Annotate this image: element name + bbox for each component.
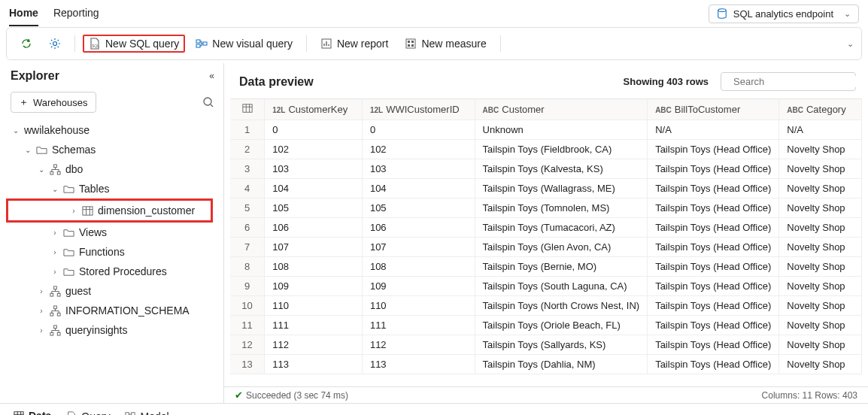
cell: Tailspin Toys (Head Office) — [648, 277, 779, 296]
svg-point-12 — [204, 98, 211, 105]
col-label: WWICustomerID — [386, 104, 460, 115]
model-icon — [125, 411, 135, 415]
table-row[interactable]: 9109109Tailspin Toys (South Laguna, CA)T… — [230, 277, 862, 296]
tree-label: Stored Procedures — [79, 265, 167, 277]
col-label: Customer — [502, 104, 544, 115]
preview-search[interactable] — [721, 72, 856, 91]
tree-node-views[interactable]: › Views — [3, 223, 216, 242]
tab-home[interactable]: Home — [9, 1, 38, 26]
cell: Tailspin Toys (Head Office) — [648, 355, 779, 374]
new-sql-query-button[interactable]: SQL New SQL query — [83, 35, 185, 53]
footer-tab-data[interactable]: Data — [14, 410, 51, 415]
cell: 105 — [265, 198, 363, 218]
new-report-button[interactable]: New report — [314, 35, 394, 53]
tree-node-queryinsights[interactable]: › queryinsights — [3, 320, 216, 340]
schema-icon — [50, 305, 61, 317]
tree-node-dbo[interactable]: ⌄ dbo — [3, 159, 216, 179]
search-input[interactable] — [733, 76, 860, 87]
chevron-right-icon: › — [70, 207, 77, 215]
svg-rect-10 — [408, 44, 410, 47]
footer-tab-label: Query — [81, 410, 110, 415]
search-icon[interactable] — [202, 96, 214, 108]
cell: Novelty Shop — [779, 335, 862, 355]
type-long-icon: 12L — [272, 106, 285, 114]
col-wwicustomerid[interactable]: 12LWWICustomerID — [362, 99, 475, 120]
settings-button[interactable] — [43, 35, 67, 53]
tree-node-dimension-customer[interactable]: › dimension_customer — [6, 198, 213, 223]
collapse-explorer-button[interactable]: « — [209, 71, 214, 81]
cell: Novelty Shop — [779, 179, 862, 198]
preview-title: Data preview — [239, 75, 314, 89]
header-row: 12LCustomerKey 12LWWICustomerID ABCCusto… — [230, 99, 862, 120]
table-icon — [242, 103, 253, 114]
row-number: 7 — [230, 238, 265, 257]
folder-icon — [63, 227, 74, 238]
svg-rect-5 — [203, 42, 207, 45]
success-icon: ✔ — [235, 389, 243, 401]
new-visual-query-button[interactable]: New visual query — [190, 35, 299, 53]
cell: Tailspin Toys (Head Office) — [648, 335, 779, 355]
svg-rect-27 — [242, 105, 251, 113]
chevron-right-icon: › — [38, 326, 45, 335]
folder-icon — [63, 266, 74, 277]
tree-node-tables[interactable]: ⌄ Tables — [3, 179, 216, 198]
ribbon-toolbar: SQL New SQL query New visual query New r… — [6, 27, 862, 60]
cell: 103 — [265, 159, 363, 179]
cell: 106 — [362, 218, 475, 238]
col-billtocustomer[interactable]: ABCBillToCustomer — [648, 99, 779, 120]
cell: Tailspin Toys (Head Office) — [648, 179, 779, 198]
cell: Novelty Shop — [779, 140, 862, 159]
cell: 109 — [362, 277, 475, 296]
endpoint-dropdown[interactable]: SQL analytics endpoint ⌄ — [709, 5, 859, 23]
table-row[interactable]: 3103103Tailspin Toys (Kalvesta, KS)Tails… — [230, 159, 862, 179]
col-category[interactable]: ABCCategory — [779, 99, 862, 120]
table-icon — [82, 205, 93, 217]
schema-icon — [50, 286, 61, 297]
table-row[interactable]: 8108108Tailspin Toys (Bernie, MO)Tailspi… — [230, 257, 862, 277]
table-row[interactable]: 13113113Tailspin Toys (Dahlia, NM)Tailsp… — [230, 355, 862, 374]
new-measure-label: New measure — [421, 38, 486, 50]
tree-node-functions[interactable]: › Functions — [3, 242, 216, 262]
col-customerkey[interactable]: 12LCustomerKey — [265, 99, 363, 120]
col-customer[interactable]: ABCCustomer — [475, 99, 648, 120]
tree-node-schemas[interactable]: ⌄ Schemas — [3, 140, 216, 159]
cell: Tailspin Toys (Head Office) — [648, 257, 779, 277]
cell: 105 — [362, 198, 475, 218]
data-grid[interactable]: 12LCustomerKey 12LWWICustomerID ABCCusto… — [230, 98, 862, 386]
footer-tab-model[interactable]: Model — [125, 410, 168, 415]
cell: 102 — [265, 140, 363, 159]
refresh-button[interactable] — [14, 35, 38, 53]
cell: N/A — [648, 120, 779, 140]
schema-icon — [50, 164, 61, 175]
add-warehouses-button[interactable]: ＋ Warehouses — [11, 92, 96, 113]
tree-node-guest[interactable]: › guest — [3, 281, 216, 301]
footer-tab-label: Model — [140, 410, 168, 415]
new-measure-button[interactable]: New measure — [399, 35, 492, 53]
table-row[interactable]: 10110110Tailspin Toys (North Crows Nest,… — [230, 296, 862, 316]
table-row[interactable]: 7107107Tailspin Toys (Glen Avon, CA)Tail… — [230, 238, 862, 257]
type-string-icon: ABC — [787, 106, 803, 114]
svg-point-1 — [53, 42, 57, 46]
toolbar-overflow-chevron[interactable]: ⌄ — [847, 39, 854, 49]
data-preview-panel: Data preview Showing 403 rows 12LCustome… — [224, 63, 868, 403]
plus-icon: ＋ — [19, 95, 29, 109]
tree-label: guest — [65, 285, 91, 297]
tab-reporting[interactable]: Reporting — [53, 1, 99, 26]
tree-label: dimension_customer — [98, 204, 195, 217]
table-row[interactable]: 11111111Tailspin Toys (Oriole Beach, FL)… — [230, 316, 862, 335]
tree-node-sprocs[interactable]: › Stored Procedures — [3, 262, 216, 281]
table-row[interactable]: 5105105Tailspin Toys (Tomnolen, MS)Tails… — [230, 198, 862, 218]
cell: 104 — [265, 179, 363, 198]
chevron-down-icon: ⌄ — [12, 126, 20, 135]
folder-icon — [36, 144, 47, 156]
table-row[interactable]: 6106106Tailspin Toys (Tumacacori, AZ)Tai… — [230, 218, 862, 238]
tree-node-information-schema[interactable]: › INFORMATION_SCHEMA — [3, 301, 216, 320]
table-row[interactable]: 12112112Tailspin Toys (Sallyards, KS)Tai… — [230, 335, 862, 355]
table-row[interactable]: 4104104Tailspin Toys (Wallagrass, ME)Tai… — [230, 179, 862, 198]
footer-tab-query[interactable]: Query — [66, 410, 110, 415]
measure-icon — [405, 38, 417, 50]
cell: Tailspin Toys (Head Office) — [648, 159, 779, 179]
table-row[interactable]: 2102102Tailspin Toys (Fieldbrook, CA)Tai… — [230, 140, 862, 159]
table-row[interactable]: 100UnknownN/AN/A — [230, 120, 862, 140]
tree-node-database[interactable]: ⌄ wwilakehouse — [3, 120, 216, 140]
